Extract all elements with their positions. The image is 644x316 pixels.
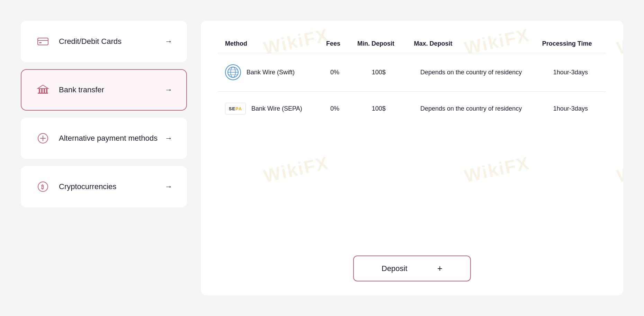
nav-arrow-alternative: →	[165, 134, 172, 143]
col-header-fees: Fees	[319, 35, 350, 53]
plus-circle-icon	[35, 131, 51, 146]
fees-sepa: 0%	[319, 92, 350, 126]
svg-rect-2	[39, 42, 42, 43]
table-row: Bank Wire (Swift) 0% 100$ Depends on the…	[218, 53, 606, 92]
swift-logo-icon	[225, 64, 241, 80]
svg-rect-0	[38, 38, 48, 45]
table-row: SEPA Bank Wire (SEPA) 0% 100$ Depends on…	[218, 92, 606, 126]
col-header-method: Method	[218, 35, 319, 53]
nav-item-bank-transfer[interactable]: Bank transfer →	[21, 69, 187, 111]
svg-rect-7	[46, 89, 47, 93]
svg-rect-6	[44, 89, 45, 93]
svg-rect-5	[41, 89, 43, 93]
nav-arrow-crypto: →	[165, 182, 172, 191]
table-header-row: Method Fees Min. Deposit Max. Deposit Pr…	[218, 35, 606, 53]
method-name-sepa: Bank Wire (SEPA)	[251, 105, 302, 112]
deposit-methods-table: Method Fees Min. Deposit Max. Deposit Pr…	[218, 35, 606, 126]
nav-arrow-bank-transfer: →	[165, 85, 172, 94]
col-header-min-deposit: Min. Deposit	[350, 35, 407, 53]
sepa-logo-icon: SEPA	[225, 103, 246, 114]
min-deposit-sepa: 100$	[350, 92, 407, 126]
page-wrapper: Credit/Debit Cards → Bank transfer	[0, 0, 644, 316]
processing-time-sepa: 1hour-3days	[535, 92, 606, 126]
watermark-3: WikiFX	[615, 25, 623, 58]
left-panel: Credit/Debit Cards → Bank transfer	[21, 21, 187, 295]
max-deposit-sepa: Depends on the country of residency	[407, 92, 535, 126]
watermark-5: WikiFX	[463, 152, 531, 186]
svg-rect-8	[38, 93, 48, 94]
deposit-plus-icon: +	[437, 263, 442, 274]
deposit-button-label: Deposit	[382, 264, 408, 273]
min-deposit-swift: 100$	[350, 53, 407, 92]
right-panel: WikiFX WikiFX WikiFX WikiFX WikiFX WikiF…	[201, 21, 623, 295]
nav-label-credit-debit: Credit/Debit Cards	[59, 37, 122, 46]
bank-icon	[35, 82, 51, 97]
nav-item-credit-debit[interactable]: Credit/Debit Cards →	[21, 21, 187, 62]
nav-item-alternative[interactable]: Alternative payment methods →	[21, 118, 187, 159]
method-name-swift: Bank Wire (Swift)	[247, 69, 295, 76]
col-header-max-deposit: Max. Deposit	[407, 35, 535, 53]
svg-rect-4	[39, 89, 40, 93]
svg-marker-3	[38, 85, 48, 89]
watermark-4: WikiFX	[262, 152, 331, 186]
fees-swift: 0%	[319, 53, 350, 92]
svg-text:₿: ₿	[41, 184, 44, 190]
bitcoin-icon: ₿	[35, 179, 51, 194]
button-area: Deposit +	[218, 242, 606, 281]
nav-label-bank-transfer: Bank transfer	[59, 85, 104, 94]
deposit-button[interactable]: Deposit +	[353, 255, 471, 281]
credit-card-icon	[35, 34, 51, 49]
nav-item-crypto[interactable]: ₿ Cryptocurrencies →	[21, 166, 187, 207]
processing-time-swift: 1hour-3days	[535, 53, 606, 92]
method-cell-swift: Bank Wire (Swift)	[218, 53, 319, 92]
method-cell-sepa: SEPA Bank Wire (SEPA)	[218, 92, 319, 126]
nav-label-alternative: Alternative payment methods	[59, 134, 158, 143]
max-deposit-swift: Depends on the country of residency	[407, 53, 535, 92]
table-container: Method Fees Min. Deposit Max. Deposit Pr…	[218, 35, 606, 126]
nav-label-crypto: Cryptocurrencies	[59, 182, 116, 191]
col-header-processing-time: Processing Time	[535, 35, 606, 53]
watermark-6: WikiFX	[615, 152, 623, 186]
nav-arrow-credit-debit: →	[165, 37, 172, 46]
